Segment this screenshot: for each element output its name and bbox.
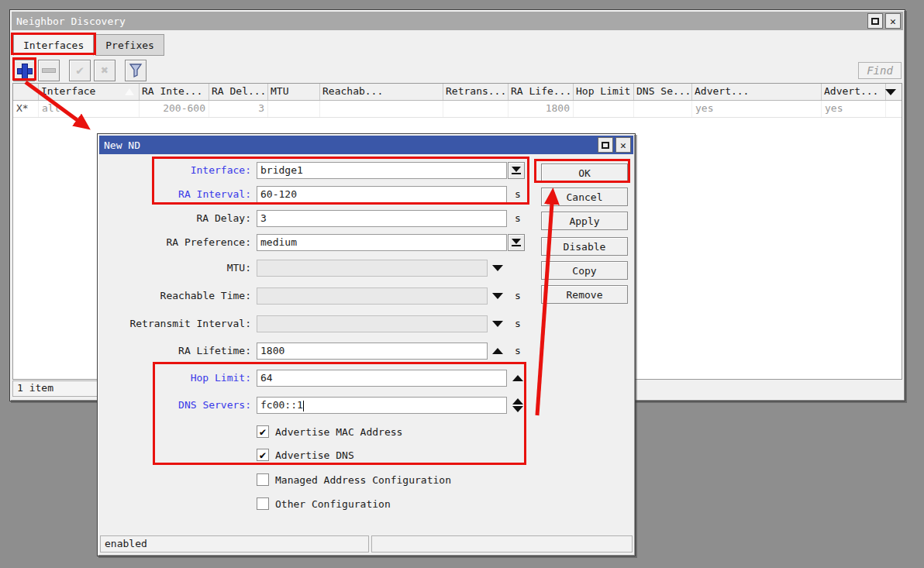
retransmit-interval-input[interactable] [257, 315, 488, 332]
dialog-title: New ND [104, 139, 140, 151]
ra-preference-dropdown-button[interactable] [508, 234, 525, 251]
header-retransmit[interactable]: Retrans... [443, 84, 509, 100]
expand-down-icon [492, 265, 503, 271]
cell-ra-delay: 3 [209, 101, 268, 117]
remove-button[interactable] [38, 60, 60, 81]
ra-lifetime-input[interactable]: 1800 [257, 343, 488, 360]
maximize-button[interactable] [867, 13, 883, 29]
interface-input[interactable]: bridge1 [257, 162, 507, 179]
hop-limit-collapse-button[interactable] [512, 370, 524, 387]
dialog-maximize-button[interactable] [598, 137, 613, 153]
close-button[interactable]: ✕ [885, 13, 901, 29]
header-advertise-dns[interactable]: Advert... [822, 84, 886, 100]
copy-button[interactable]: Copy [541, 261, 628, 280]
header-ra-interval[interactable]: RA Inte... [140, 84, 209, 100]
ra-delay-input[interactable]: 3 [257, 210, 507, 227]
retransmit-interval-expand-button[interactable] [491, 315, 504, 332]
dialog-statusbar: enabled [100, 535, 633, 554]
table-row[interactable]: X* all 200-600 3 1800 yes yes [13, 101, 902, 118]
checkbox-advertise-dns[interactable]: ✔ Advertise DNS [257, 448, 354, 462]
checkbox-advertise-mac[interactable]: ✔ Advertise MAC Address [257, 425, 402, 439]
checkbox-box[interactable]: ✔ [257, 425, 269, 438]
mtu-expand-button[interactable] [491, 260, 504, 277]
disable-button[interactable]: Disable [541, 237, 628, 256]
header-dns-servers[interactable]: DNS Se... [634, 84, 692, 100]
dropdown-icon [512, 239, 521, 244]
header-ra-lifetime[interactable]: RA Life... [509, 84, 574, 100]
cell-interface: all [39, 101, 140, 117]
reachable-time-expand-button[interactable] [491, 287, 504, 305]
status-extra [371, 535, 633, 553]
check-icon: ✔ [260, 425, 266, 438]
cell-mtu [268, 101, 320, 117]
funnel-icon [128, 63, 143, 78]
remove-button[interactable]: Remove [541, 285, 628, 304]
header-reachable[interactable]: Reachab... [320, 84, 443, 100]
find-button[interactable]: Find [858, 62, 902, 79]
header-mtu[interactable]: MTU [268, 84, 320, 100]
reachable-time-input[interactable] [257, 287, 488, 305]
toolbar: ✔ ✖ Find [13, 58, 902, 82]
remove-entry-icon [512, 406, 523, 412]
ra-delay-unit: s [515, 210, 521, 227]
hop-limit-label: Hop Limit: [104, 370, 251, 387]
header-hop-limit[interactable]: Hop Limit [574, 84, 634, 100]
ra-lifetime-label: RA Lifetime: [104, 343, 251, 360]
retransmit-interval-unit: s [515, 315, 521, 332]
header-selection[interactable] [13, 84, 39, 100]
ra-lifetime-collapse-button[interactable] [491, 343, 504, 360]
interface-label: Interface: [104, 162, 251, 179]
ra-interval-input[interactable]: 60-120 [257, 186, 507, 203]
collapse-up-icon [492, 348, 503, 354]
item-count: 1 item [12, 380, 99, 397]
window-titlebar[interactable]: Neighbor Discovery ✕ [12, 12, 903, 30]
column-menu-button[interactable] [882, 84, 899, 100]
tab-interfaces[interactable]: Interfaces [13, 34, 94, 56]
mtu-input[interactable] [257, 260, 488, 277]
cancel-button[interactable]: Cancel [541, 188, 628, 206]
tab-prefixes[interactable]: Prefixes [95, 34, 164, 56]
checkbox-box[interactable]: ✔ [257, 449, 269, 461]
new-nd-dialog: New ND ✕ Interface: bridge1 RA Interval:… [97, 133, 636, 556]
filter-button[interactable] [125, 60, 147, 81]
reachable-time-unit: s [515, 287, 521, 305]
header-ra-delay[interactable]: RA Del... [209, 84, 268, 100]
check-icon: ✔ [76, 63, 84, 77]
dialog-close-button[interactable]: ✕ [615, 137, 631, 153]
minus-icon [42, 68, 56, 73]
ok-button[interactable]: OK [541, 164, 628, 182]
tab-bar: Interfaces Prefixes [13, 33, 164, 56]
checkbox-managed-address[interactable]: Managed Address Configuration [257, 473, 451, 487]
header-interface[interactable]: Interface [39, 84, 140, 100]
cell-reachable [320, 101, 443, 117]
cell-ra-interval: 200-600 [140, 101, 209, 117]
mtu-label: MTU: [104, 260, 251, 277]
checkbox-box[interactable] [257, 473, 269, 486]
checkbox-box[interactable] [257, 497, 269, 510]
apply-button[interactable]: Apply [541, 212, 628, 230]
dns-servers-updown-button[interactable] [512, 397, 524, 414]
add-button[interactable] [13, 60, 35, 81]
header-advertise-mac[interactable]: Advert... [692, 84, 822, 100]
chevron-down-icon [885, 89, 896, 95]
ra-interval-label: RA Interval: [104, 186, 251, 203]
ra-interval-unit: s [515, 186, 521, 203]
dialog-titlebar[interactable]: New ND ✕ [99, 136, 633, 154]
maximize-icon [602, 142, 609, 149]
hop-limit-input[interactable]: 64 [257, 370, 507, 387]
field-row-dns-servers: DNS Servers: fc00::1 [98, 397, 635, 414]
disable-button[interactable]: ✖ [94, 60, 116, 81]
expand-down-icon [492, 293, 503, 299]
sort-asc-icon [125, 88, 134, 95]
cell-dns [634, 101, 692, 117]
cell-advertise-mac: yes [692, 101, 822, 117]
collapse-up-icon [512, 375, 523, 381]
ra-preference-input[interactable]: medium [257, 234, 507, 251]
interface-dropdown-button[interactable] [508, 162, 525, 179]
cell-ra-lifetime: 1800 [509, 101, 574, 117]
enable-button[interactable]: ✔ [69, 60, 91, 81]
dns-servers-label: DNS Servers: [104, 397, 251, 414]
checkbox-other-configuration[interactable]: Other Configuration [257, 497, 391, 511]
dns-servers-input[interactable]: fc00::1 [257, 397, 507, 414]
row-flags: X* [13, 101, 39, 117]
